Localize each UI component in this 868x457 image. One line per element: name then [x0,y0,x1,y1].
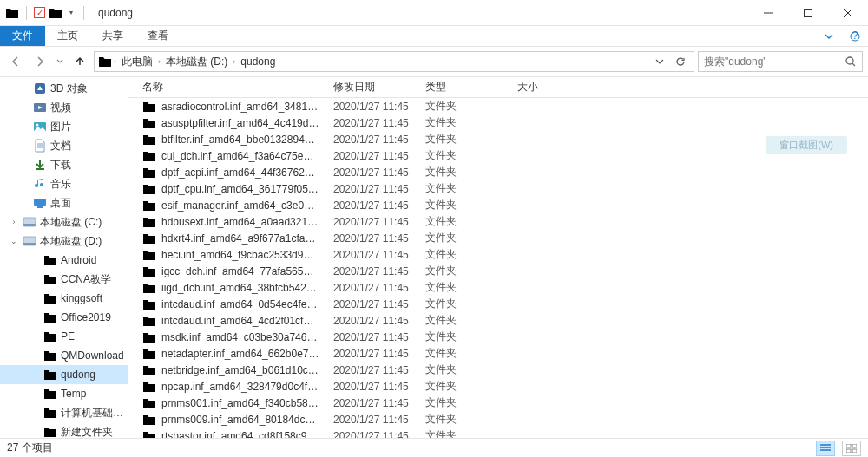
folder-icon [142,380,156,394]
file-row[interactable]: prnms009.inf_amd64_80184dcbef677...2020/… [128,411,868,428]
nav-tree[interactable]: 3D 对象视频图片文档下载音乐桌面›本地磁盘 (C:)⌄本地磁盘 (D:)And… [0,77,128,438]
file-row[interactable]: dptf_acpi.inf_amd64_44f367624b292f...202… [128,164,868,180]
tree-item[interactable]: 图片 [0,117,128,136]
file-type: 文件夹 [418,181,510,196]
file-date: 2020/1/27 11:45 [326,265,418,277]
tree-item[interactable]: Android [0,251,128,270]
file-type: 文件夹 [418,148,510,163]
file-type: 文件夹 [418,362,510,377]
folder-icon [142,264,156,278]
file-row[interactable]: prnms001.inf_amd64_f340cb58fcd232...2020… [128,395,868,411]
nav-up-button[interactable] [69,51,90,72]
tree-disk-icon [23,234,36,248]
tree-item[interactable]: qudong [0,365,128,384]
file-row[interactable]: hdbusext.inf_amd64_a0aad32117464...2020/… [128,213,868,230]
crumb-sep[interactable]: › [158,57,161,66]
file-date: 2020/1/27 11:45 [326,166,418,179]
qat-dropdown-icon[interactable]: ▾ [66,9,76,16]
file-name: netadapter.inf_amd64_662b0e7e568b... [161,348,319,360]
file-row[interactable]: btfilter.inf_amd64_bbe013289428f55d2020/… [128,131,868,147]
tree-item[interactable]: CCNA教学 [0,270,128,289]
search-icon[interactable] [845,55,857,68]
file-row[interactable]: asradiocontrol.inf_amd64_3481391c8...202… [128,98,868,114]
file-name: npcap.inf_amd64_328479d0c4fcaa92 [161,381,319,393]
view-thumbnails-button[interactable] [842,441,861,456]
tree-item[interactable]: 桌面 [0,193,128,212]
file-type: 文件夹 [418,297,510,311]
tree-item-label: 本地磁盘 (C:) [40,215,102,230]
column-name[interactable]: 名称 [128,80,326,95]
tree-item[interactable]: ⌄本地磁盘 (D:) [0,232,128,251]
qat-properties-icon[interactable]: ✓ [34,7,45,18]
crumb-this-pc[interactable]: 此电脑 [118,55,156,69]
file-name: rtsbastor.inf_amd64_cd8f158c979261... [161,430,319,439]
search-box[interactable] [698,51,863,72]
file-row[interactable]: intcdaud.inf_amd64_0d54ec4feb82b9...2020… [128,296,868,312]
tree-folder-icon [43,425,57,438]
nav-recent-icon[interactable] [54,51,66,72]
ribbon-expand-icon[interactable] [816,26,842,46]
tree-item[interactable]: Office2019 [0,308,128,327]
refresh-icon[interactable] [671,56,690,67]
address-bar[interactable]: › 此电脑 › 本地磁盘 (D:) › qudong [94,51,694,72]
tree-item[interactable]: 新建文件夹 [0,422,128,438]
file-row[interactable]: hdxrt4.inf_amd64_a9f677a1cfa606fa2020/1/… [128,230,868,246]
tree-item[interactable]: 音乐 [0,174,128,193]
file-row[interactable]: cui_dch.inf_amd64_f3a64c75ee4defb72020/1… [128,147,868,164]
column-date[interactable]: 修改日期 [326,80,418,95]
file-row[interactable]: intcdaud.inf_amd64_4cd2f01cfbce31602020/… [128,312,868,329]
crumb-sep[interactable]: › [233,57,235,66]
tab-file[interactable]: 文件 [0,26,45,46]
tree-expand-icon[interactable]: › [9,218,19,226]
file-row[interactable]: netadapter.inf_amd64_662b0e7e568b...2020… [128,345,868,362]
file-row[interactable]: iigd_dch.inf_amd64_38bfcb542ef4272e2020/… [128,279,868,296]
help-icon[interactable]: ? [842,26,868,46]
column-size[interactable]: 大小 [510,80,580,95]
tree-expand-icon[interactable]: ⌄ [9,237,19,245]
minimize-button[interactable] [748,0,788,26]
tree-item[interactable]: 文档 [0,136,128,155]
tree-item[interactable]: ›本地磁盘 (C:) [0,212,128,232]
file-date: 2020/1/27 11:45 [326,249,418,261]
crumb-qudong[interactable]: qudong [237,55,279,68]
column-type[interactable]: 类型 [418,80,510,95]
tree-item[interactable]: kinggsoft [0,289,128,308]
search-input[interactable] [704,55,845,68]
file-type: 文件夹 [418,346,510,361]
tree-item[interactable]: 视频 [0,98,128,117]
close-button[interactable] [828,0,868,26]
file-date: 2020/1/27 11:45 [326,397,418,409]
view-details-button[interactable] [816,441,835,456]
tree-item[interactable]: Temp [0,384,128,403]
tree-item[interactable]: 3D 对象 [0,79,128,98]
file-date: 2020/1/27 11:45 [326,414,418,426]
file-row[interactable]: igcc_dch.inf_amd64_77afa5654b3256752020/… [128,263,868,279]
nav-back-button[interactable] [5,51,26,72]
file-row[interactable]: rtsbastor.inf_amd64_cd8f158c979261...202… [128,428,868,438]
tab-view[interactable]: 查看 [135,26,181,46]
nav-forward-button[interactable] [30,51,50,72]
file-list[interactable]: 名称 修改日期 类型 大小 asradiocontrol.inf_amd64_3… [128,77,868,438]
tree-item[interactable]: 计算机基础与应 [0,403,128,422]
folder-icon [142,396,156,410]
tree-item[interactable]: 下载 [0,155,128,174]
file-row[interactable]: netbridge.inf_amd64_b061d10c6fb98...2020… [128,362,868,378]
address-history-icon[interactable] [650,57,669,66]
tab-share[interactable]: 共享 [90,26,135,46]
crumb-drive-d[interactable]: 本地磁盘 (D:) [162,55,231,69]
file-row[interactable]: heci.inf_amd64_f9cbac2533d9036a2020/1/27… [128,246,868,263]
crumb-sep[interactable]: › [114,57,116,66]
qat-folder-icon[interactable] [49,6,62,20]
file-row[interactable]: npcap.inf_amd64_328479d0c4fcaa922020/1/2… [128,378,868,395]
maximize-button[interactable] [788,0,828,26]
file-row[interactable]: esif_manager.inf_amd64_c3e07bc8cd...2020… [128,197,868,213]
file-row[interactable]: asusptpfilter.inf_amd64_4c419d34fb9...20… [128,114,868,131]
file-date: 2020/1/27 11:45 [326,282,418,294]
file-row[interactable]: msdk.inf_amd64_c03be30a746c89a22020/1/27… [128,329,868,345]
file-row[interactable]: dptf_cpu.inf_amd64_361779f053e025ac2020/… [128,180,868,197]
file-date: 2020/1/27 11:45 [326,331,418,343]
tree-item[interactable]: PE [0,327,128,346]
tree-item[interactable]: QMDownload [0,346,128,365]
tab-home[interactable]: 主页 [45,26,90,46]
file-name: esif_manager.inf_amd64_c3e07bc8cd... [161,199,319,212]
